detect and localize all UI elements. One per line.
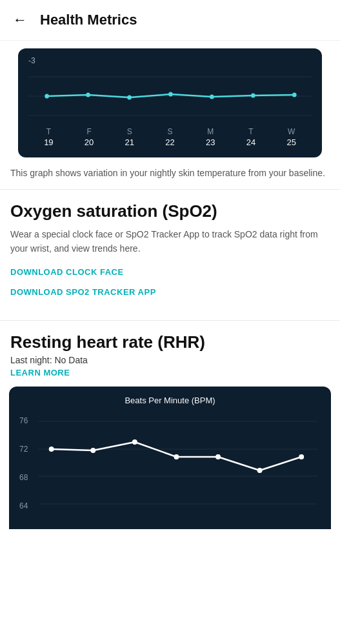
rhr-section: Resting heart rate (RHR) Last night: No … xyxy=(0,321,340,377)
rhr-title: Resting heart rate (RHR) xyxy=(10,332,330,352)
page-title: Health Metrics xyxy=(40,12,137,28)
chart-days: T 19 F 20 S 21 S 22 M 23 T 24 xyxy=(28,127,312,147)
svg-text:76: 76 xyxy=(19,416,28,425)
svg-text:72: 72 xyxy=(19,445,28,454)
spo2-title: Oxygen saturation (SpO2) xyxy=(10,201,330,221)
last-night-text: Last night: No Data xyxy=(10,355,330,365)
bpm-chart-inner: 76 72 68 64 xyxy=(19,412,321,521)
spo2-section: Oxygen saturation (SpO2) Wear a special … xyxy=(0,190,340,321)
temp-line-chart xyxy=(28,70,312,122)
svg-point-8 xyxy=(251,94,255,98)
svg-point-22 xyxy=(215,454,221,459)
learn-more-button[interactable]: LEARN MORE xyxy=(10,368,70,377)
svg-text:64: 64 xyxy=(19,501,28,510)
spo2-body: Wear a special clock face or SpO2 Tracke… xyxy=(10,228,330,256)
chart-y-label: -3 xyxy=(28,56,312,65)
download-clock-face-button[interactable]: DOWNLOAD CLOCK FACE xyxy=(10,267,124,277)
chart-day-col: W 25 xyxy=(271,127,312,147)
header: ← Health Metrics xyxy=(0,0,340,41)
svg-point-24 xyxy=(299,454,304,459)
bpm-chart: Beats Per Minute (BPM) 76 72 68 64 xyxy=(9,387,331,529)
back-button[interactable]: ← xyxy=(10,9,30,31)
svg-point-23 xyxy=(257,468,263,473)
chart-day-col: S 21 xyxy=(109,127,150,147)
svg-point-4 xyxy=(86,93,90,97)
chart-day-col: M 23 xyxy=(190,127,231,147)
chart-day-col: T 24 xyxy=(231,127,272,147)
bpm-chart-title: Beats Per Minute (BPM) xyxy=(19,396,321,405)
svg-point-20 xyxy=(132,439,137,445)
svg-point-21 xyxy=(174,454,179,459)
chart-day-col: T 19 xyxy=(28,127,69,147)
svg-point-9 xyxy=(292,93,297,97)
svg-text:68: 68 xyxy=(19,473,28,482)
chart-day-col: S 22 xyxy=(150,127,190,147)
download-spo2-tracker-button[interactable]: DOWNLOAD SPO2 TRACKER APP xyxy=(10,287,156,297)
svg-point-7 xyxy=(210,95,214,99)
description-text: This graph shows variation in your night… xyxy=(10,166,330,180)
chart-day-col: F 20 xyxy=(69,127,110,147)
svg-point-18 xyxy=(49,447,54,452)
svg-point-6 xyxy=(168,92,173,97)
svg-point-5 xyxy=(127,96,132,100)
temperature-description: This graph shows variation in your night… xyxy=(0,157,340,190)
svg-point-19 xyxy=(90,448,95,453)
svg-point-3 xyxy=(45,94,49,99)
temperature-chart: -3 T 19 F 20 xyxy=(18,48,322,157)
bpm-line-chart: 76 72 68 64 xyxy=(19,412,321,521)
